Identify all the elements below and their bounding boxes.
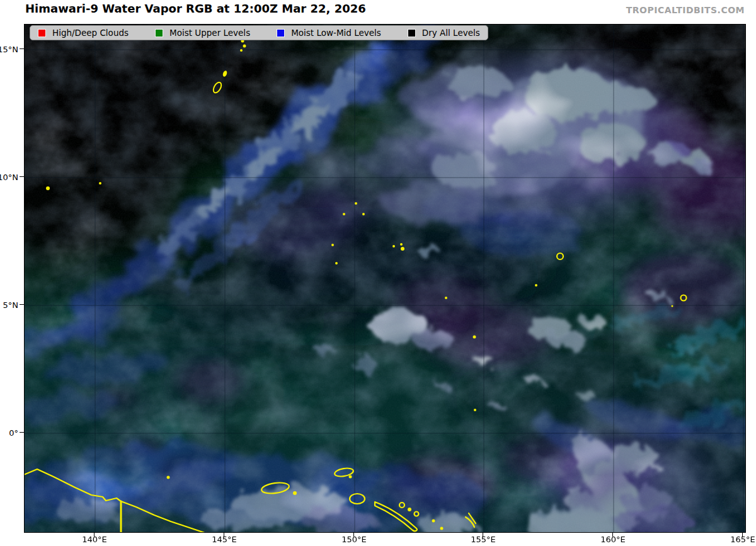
- lat-tickmark: [20, 48, 24, 49]
- lat-tick-label: 0°: [0, 428, 18, 438]
- dry-all-levels-swatch: [408, 29, 416, 37]
- lon-tick-label: 165°E: [727, 535, 756, 544]
- legend-item: Dry All Levels: [408, 28, 480, 38]
- lon-tick-label: 155°E: [467, 535, 499, 544]
- legend-label: Moist Low-Mid Levels: [291, 28, 381, 38]
- legend-label: High/Deep Clouds: [52, 28, 129, 38]
- page: Himawari-9 Water Vapor RGB at 12:00Z Mar…: [0, 0, 756, 546]
- site-watermark: TROPICALTIDBITS.COM: [626, 5, 745, 15]
- lat-tickmark: [20, 304, 24, 305]
- sensor-grain: [25, 25, 745, 532]
- satellite-imagery: [25, 25, 745, 532]
- lon-tick-label: 160°E: [597, 535, 629, 544]
- moist-low-mid-levels-swatch: [277, 29, 285, 37]
- lat-tick-label: 15°N: [0, 45, 18, 54]
- lon-tick-label: 150°E: [338, 535, 370, 544]
- legend-item: Moist Low-Mid Levels: [277, 28, 381, 38]
- lat-tickmark: [20, 176, 24, 177]
- moist-upper-levels-swatch: [155, 29, 163, 37]
- legend-item: Moist Upper Levels: [155, 28, 250, 38]
- lon-tick-label: 145°E: [209, 535, 240, 544]
- lon-tick-label: 140°E: [79, 535, 110, 544]
- page-title: Himawari-9 Water Vapor RGB at 12:00Z Mar…: [25, 2, 366, 15]
- yap-island-dot: [46, 186, 50, 190]
- legend-item: High/Deep Clouds: [38, 28, 129, 38]
- legend: High/Deep Clouds Moist Upper Levels Mois…: [30, 25, 488, 40]
- satellite-map: High/Deep Clouds Moist Upper Levels Mois…: [24, 24, 746, 533]
- legend-label: Moist Upper Levels: [169, 28, 250, 38]
- lat-tick-label: 5°N: [0, 300, 18, 310]
- lat-tick-label: 10°N: [0, 173, 18, 182]
- high-deep-clouds-swatch: [38, 29, 46, 37]
- lat-tickmark: [20, 432, 24, 433]
- legend-label: Dry All Levels: [422, 28, 480, 38]
